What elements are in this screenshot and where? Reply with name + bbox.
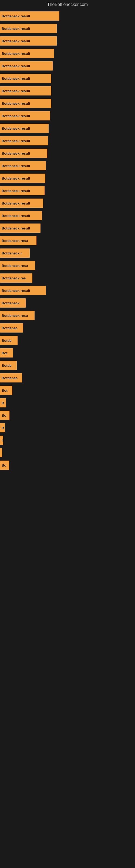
bar-36: Bo bbox=[0, 461, 9, 470]
bar-row: Bottleneck result bbox=[0, 11, 135, 21]
bar-14: Bottleneck result bbox=[0, 186, 45, 195]
bar-7: Bottleneck result bbox=[0, 99, 51, 108]
bar-26: Bottle bbox=[0, 336, 17, 345]
bar-6: Bottleneck result bbox=[0, 86, 51, 95]
bar-4: Bottleneck result bbox=[0, 61, 53, 70]
bar-row: Bottleneck result bbox=[0, 285, 135, 296]
bar-0: Bottleneck result bbox=[0, 11, 59, 21]
bar-row: Bottleneck result bbox=[0, 86, 135, 96]
bar-row: B bbox=[0, 398, 135, 408]
bar-row: Bottleneck resu bbox=[0, 260, 135, 271]
bar-12: Bottleneck result bbox=[0, 161, 46, 170]
bar-2: Bottleneck result bbox=[0, 36, 57, 45]
bar-row: Bottleneck r bbox=[0, 248, 135, 258]
bar-row: Bottleneck result bbox=[0, 98, 135, 108]
bar-15: Bottleneck result bbox=[0, 198, 43, 208]
bar-21: Bottleneck res bbox=[0, 273, 32, 283]
bar-31: B bbox=[0, 398, 6, 407]
bar-34: I bbox=[0, 436, 3, 445]
bars-container: Bottleneck resultBottleneck resultBottle… bbox=[0, 8, 135, 475]
bar-row: Bottleneck result bbox=[0, 123, 135, 133]
bar-20: Bottleneck resu bbox=[0, 261, 35, 270]
bar-32: Bo bbox=[0, 411, 9, 420]
bar-29: Bottlenec bbox=[0, 373, 22, 382]
bar-18: Bottleneck resu bbox=[0, 236, 37, 245]
bar-16: Bottleneck result bbox=[0, 211, 42, 220]
site-title: TheBottlenecker.com bbox=[0, 0, 135, 8]
bar-3: Bottleneck result bbox=[0, 49, 54, 58]
bar-row: Bottleneck bbox=[0, 298, 135, 308]
bar-28: Bottle bbox=[0, 361, 17, 370]
bar-row: Bottleneck result bbox=[0, 48, 135, 59]
bar-10: Bottleneck result bbox=[0, 136, 48, 145]
bar-row: Bottleneck resu bbox=[0, 236, 135, 246]
bar-row: Bottle bbox=[0, 360, 135, 371]
bar-row: I bbox=[0, 435, 135, 445]
bar-17: Bottleneck result bbox=[0, 223, 41, 233]
bar-13: Bottleneck result bbox=[0, 174, 45, 183]
bar-19: Bottleneck r bbox=[0, 248, 30, 258]
bar-8: Bottleneck result bbox=[0, 111, 50, 120]
bar-row: Bottleneck result bbox=[0, 111, 135, 121]
bar-25: Bottlenec bbox=[0, 323, 23, 333]
bar-5: Bottleneck result bbox=[0, 74, 51, 83]
bar-11: Bottleneck result bbox=[0, 149, 47, 158]
bar-row: Bottleneck result bbox=[0, 186, 135, 196]
bar-row: Bottleneck result bbox=[0, 223, 135, 233]
bar-row: Bottleneck res bbox=[0, 273, 135, 283]
bar-35 bbox=[0, 448, 2, 457]
bar-row: Bottleneck result bbox=[0, 135, 135, 146]
bar-row bbox=[0, 447, 135, 458]
bar-row: Bottlenec bbox=[0, 323, 135, 333]
bar-row: Bottleneck result bbox=[0, 23, 135, 34]
bar-row: Bo bbox=[0, 410, 135, 421]
bar-row: Bottle bbox=[0, 335, 135, 346]
bar-row: Bottleneck result bbox=[0, 61, 135, 71]
bar-1: Bottleneck result bbox=[0, 24, 57, 33]
bar-33: B bbox=[0, 423, 5, 432]
bar-30: Bot bbox=[0, 386, 12, 395]
bar-row: Bottleneck result bbox=[0, 198, 135, 208]
bar-row: Bottleneck result bbox=[0, 36, 135, 46]
bar-row: Bot bbox=[0, 348, 135, 358]
bar-24: Bottleneck resu bbox=[0, 311, 35, 320]
bar-9: Bottleneck result bbox=[0, 124, 49, 133]
bar-row: Bottleneck result bbox=[0, 211, 135, 221]
bar-row: Bottleneck resu bbox=[0, 310, 135, 321]
bar-27: Bot bbox=[0, 348, 13, 358]
bar-row: Bottlenec bbox=[0, 373, 135, 383]
bar-row: B bbox=[0, 423, 135, 433]
bar-row: Bo bbox=[0, 460, 135, 470]
bar-row: Bottleneck result bbox=[0, 161, 135, 171]
bar-row: Bottleneck result bbox=[0, 148, 135, 158]
bar-row: Bottleneck result bbox=[0, 73, 135, 84]
bar-row: Bottleneck result bbox=[0, 173, 135, 183]
bar-row: Bot bbox=[0, 385, 135, 396]
bar-23: Bottleneck bbox=[0, 299, 26, 308]
bar-22: Bottleneck result bbox=[0, 286, 46, 295]
